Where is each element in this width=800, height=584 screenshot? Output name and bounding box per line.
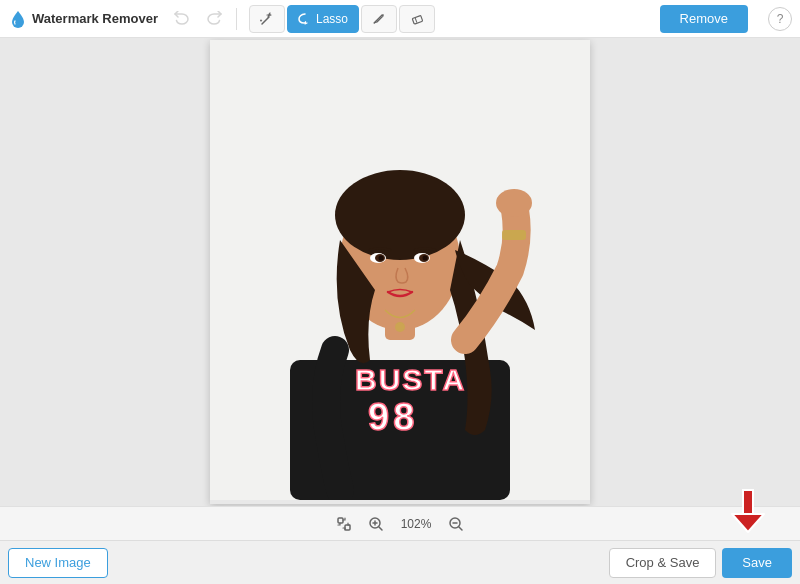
zoom-out-icon [448, 516, 464, 532]
svg-point-14 [423, 256, 428, 261]
help-button-container: ? [760, 7, 792, 31]
new-image-button[interactable]: New Image [8, 548, 108, 578]
fit-zoom-button[interactable] [332, 512, 356, 536]
image-container: BUSTA BUSTA 98 98 [210, 40, 590, 504]
svg-rect-16 [502, 230, 526, 240]
magic-wand-button[interactable] [249, 5, 285, 33]
tool-group: Lasso [249, 5, 435, 33]
magic-wand-icon [260, 12, 274, 26]
pen-icon [372, 12, 386, 26]
app-logo: Watermark Remover [8, 9, 158, 29]
pen-button[interactable] [361, 5, 397, 33]
svg-rect-1 [412, 15, 423, 24]
svg-text:98: 98 [368, 396, 418, 438]
main-image: BUSTA BUSTA 98 98 [210, 40, 590, 500]
redo-button[interactable] [200, 5, 228, 33]
lasso-label: Lasso [316, 12, 348, 26]
zoom-in-icon [368, 516, 384, 532]
remove-button[interactable]: Remove [660, 5, 748, 33]
divider-1 [236, 8, 237, 30]
svg-line-28 [379, 527, 382, 530]
eraser-button[interactable] [399, 5, 435, 33]
redo-icon [206, 11, 222, 27]
lasso-icon [298, 12, 312, 26]
toolbar: Watermark Remover [0, 0, 800, 38]
eraser-icon [410, 12, 424, 26]
zoom-out-button[interactable] [444, 512, 468, 536]
download-arrow-icon [724, 486, 772, 534]
fit-icon [336, 516, 352, 532]
svg-marker-33 [732, 514, 764, 532]
svg-rect-23 [338, 518, 343, 523]
svg-point-15 [496, 189, 532, 217]
main-area: BUSTA BUSTA 98 98 [0, 38, 800, 506]
svg-point-0 [269, 14, 271, 16]
undo-button[interactable] [168, 5, 196, 33]
svg-point-17 [395, 322, 405, 332]
svg-point-13 [379, 256, 384, 261]
save-button[interactable]: Save [722, 548, 792, 578]
droplet-icon [8, 9, 28, 29]
lasso-button[interactable]: Lasso [287, 5, 359, 33]
app-title: Watermark Remover [32, 11, 158, 26]
zoom-bar: 102% [0, 506, 800, 540]
svg-rect-24 [345, 525, 350, 530]
download-arrow-indicator [724, 486, 772, 538]
crop-save-button[interactable]: Crop & Save [609, 548, 717, 578]
svg-rect-32 [743, 490, 753, 514]
svg-line-2 [415, 17, 417, 22]
help-button[interactable]: ? [768, 7, 792, 31]
svg-point-8 [335, 170, 465, 260]
svg-line-31 [459, 527, 462, 530]
svg-text:BUSTA: BUSTA [355, 363, 466, 396]
zoom-in-button[interactable] [364, 512, 388, 536]
zoom-level: 102% [396, 517, 436, 531]
undo-icon [174, 11, 190, 27]
footer: New Image Crop & Save Save [0, 540, 800, 584]
